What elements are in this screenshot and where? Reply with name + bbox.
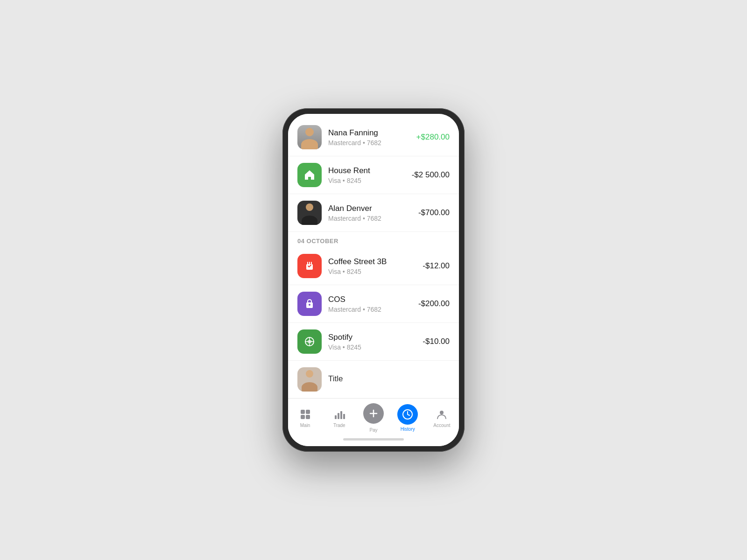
avatar-title [297, 367, 322, 392]
screen-content: Nana Fanning Mastercard • 7682 +$280.00 … [288, 114, 459, 446]
transaction-details: Nana Fanning Mastercard • 7682 [328, 128, 410, 147]
tab-bar: Main Trade [288, 398, 459, 434]
tab-main-label: Main [300, 423, 310, 428]
transaction-details: House Rent Visa • 8245 [328, 166, 405, 184]
tab-trade[interactable]: Trade [322, 408, 356, 428]
transaction-item-alan[interactable]: Alan Denver Mastercard • 7682 -$700.00 [288, 194, 459, 232]
svg-rect-10 [335, 415, 337, 419]
transaction-sub: Visa • 8245 [328, 177, 405, 184]
transaction-amount: -$200.00 [418, 299, 450, 308]
avatar-alan [297, 201, 322, 225]
transaction-sub: Visa • 8245 [328, 268, 416, 275]
transaction-amount: -$10.00 [423, 337, 450, 346]
tab-account[interactable]: Account [425, 408, 459, 428]
home-indicator [288, 434, 459, 446]
phone-frame: Nana Fanning Mastercard • 7682 +$280.00 … [282, 108, 465, 452]
tab-history-label: History [401, 427, 415, 432]
transaction-item-cos[interactable]: COS Mastercard • 7682 -$200.00 [288, 285, 459, 323]
trade-icon [333, 408, 346, 421]
svg-rect-8 [301, 415, 305, 419]
svg-point-17 [440, 411, 444, 414]
tab-pay[interactable]: Pay [356, 403, 390, 433]
transaction-sub: Visa • 8245 [328, 343, 416, 351]
transaction-item-spotify[interactable]: Spotify Visa • 8245 -$10.00 [288, 323, 459, 361]
main-icon [299, 408, 312, 421]
transaction-amount: -$12.00 [423, 261, 450, 271]
transaction-details: Spotify Visa • 8245 [328, 333, 416, 351]
transaction-name: COS [328, 295, 412, 304]
transaction-name: Title [328, 374, 443, 384]
svg-rect-7 [306, 410, 310, 414]
avatar-cos [297, 292, 322, 316]
transaction-sub: Mastercard • 7682 [328, 139, 410, 147]
transaction-item-nana[interactable]: Nana Fanning Mastercard • 7682 +$280.00 [288, 119, 459, 156]
svg-rect-6 [301, 410, 305, 414]
tab-account-label: Account [433, 423, 450, 428]
tab-trade-label: Trade [333, 423, 345, 428]
svg-point-2 [309, 304, 310, 306]
avatar-house-rent [297, 163, 322, 187]
transaction-sub: Mastercard • 7682 [328, 306, 412, 313]
svg-rect-12 [340, 411, 342, 419]
tab-main[interactable]: Main [288, 408, 322, 428]
transaction-details: COS Mastercard • 7682 [328, 295, 412, 313]
transaction-details: Coffee Street 3B Visa • 8245 [328, 257, 416, 275]
transaction-item-coffee[interactable]: Coffee Street 3B Visa • 8245 -$12.00 [288, 247, 459, 285]
avatar-spotify [297, 329, 322, 354]
transaction-details: Alan Denver Mastercard • 7682 [328, 204, 412, 222]
tab-history[interactable]: History [391, 404, 425, 432]
transaction-sub: Mastercard • 7682 [328, 215, 412, 222]
transaction-list: Nana Fanning Mastercard • 7682 +$280.00 … [288, 114, 459, 398]
date-header: 04 OCTOBER [288, 232, 459, 247]
transaction-name: Spotify [328, 333, 416, 342]
transaction-amount: -$2 500.00 [412, 170, 450, 180]
svg-rect-9 [306, 415, 310, 419]
svg-rect-11 [338, 413, 339, 419]
transaction-item-title[interactable]: Title [288, 361, 459, 398]
tab-pay-label: Pay [369, 427, 377, 433]
transaction-amount: +$280.00 [416, 133, 450, 142]
phone-screen: Nana Fanning Mastercard • 7682 +$280.00 … [288, 114, 459, 446]
transaction-name: Coffee Street 3B [328, 257, 416, 266]
svg-rect-13 [343, 414, 345, 419]
history-icon [397, 404, 418, 425]
pay-icon [363, 403, 384, 424]
transaction-amount: -$700.00 [418, 208, 450, 217]
transaction-name: Nana Fanning [328, 128, 410, 138]
transaction-details: Title [328, 374, 443, 385]
avatar-nana [297, 125, 322, 149]
home-indicator-bar [343, 438, 404, 441]
transaction-name: House Rent [328, 166, 405, 175]
transaction-item-house-rent[interactable]: House Rent Visa • 8245 -$2 500.00 [288, 156, 459, 194]
avatar-coffee [297, 254, 322, 278]
account-icon [435, 408, 448, 421]
transaction-name: Alan Denver [328, 204, 412, 213]
